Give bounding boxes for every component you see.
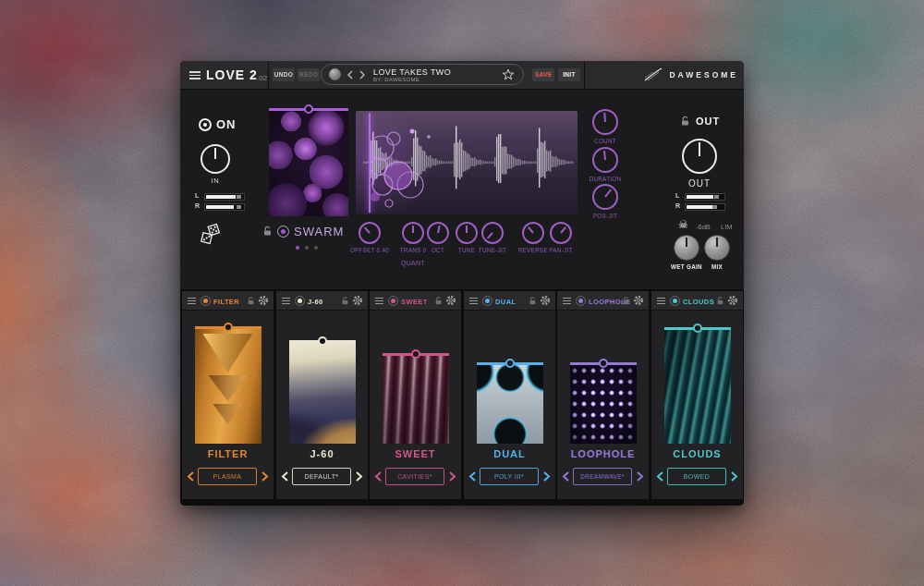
preset-prev-icon[interactable]	[373, 470, 383, 482]
redo-button[interactable]: REDO	[298, 68, 320, 81]
preset-prev-icon[interactable]	[468, 470, 477, 482]
module-settings-gear-icon[interactable]	[352, 295, 363, 306]
module-level-handle[interactable]	[505, 359, 515, 368]
tune-jit-knob[interactable]	[481, 222, 504, 244]
module-artwork[interactable]	[383, 353, 449, 444]
preset-next-icon[interactable]	[636, 470, 645, 482]
module-enable-radio[interactable]	[201, 296, 211, 306]
swarm-page-dot-1[interactable]	[296, 246, 299, 250]
dice-randomize-icon[interactable]: ⚄ ⚂	[201, 222, 228, 250]
module-level-handle[interactable]	[693, 324, 702, 333]
count-knob[interactable]	[592, 109, 618, 135]
input-gain-knob[interactable]	[201, 144, 230, 174]
preset-browser[interactable]: LOVE TAKES TWO BY: DAWESOME	[321, 64, 524, 85]
module-preset-value[interactable]: PLASMA	[198, 468, 257, 485]
lim-label[interactable]: LIM	[721, 223, 733, 231]
output-gain-knob[interactable]	[682, 139, 717, 174]
module-artwork[interactable]	[289, 340, 356, 444]
preset-next-icon[interactable]	[448, 470, 457, 482]
module-preset-selector: POLY III*	[464, 468, 555, 486]
swarm-radio[interactable]	[277, 226, 289, 238]
skull-limiter-icon[interactable]: ☠	[678, 218, 688, 231]
module-preset-selector: DREAMWAVE*	[557, 468, 649, 486]
module-artwork[interactable]	[195, 326, 261, 444]
module-settings-gear-icon[interactable]	[258, 295, 269, 306]
module-preset-value[interactable]: CAVITIES*	[385, 468, 444, 485]
preset-next-icon[interactable]	[542, 470, 552, 482]
module-enable-radio[interactable]	[670, 296, 680, 306]
undo-button[interactable]: UNDO	[273, 68, 295, 81]
module-menu-icon[interactable]	[375, 298, 383, 304]
module-menu-icon[interactable]	[282, 298, 290, 304]
module-level-handle[interactable]	[224, 323, 233, 332]
module-menu-icon[interactable]	[188, 298, 196, 304]
module-settings-gear-icon[interactable]	[727, 295, 738, 306]
preset-prev-icon[interactable]	[280, 470, 289, 482]
module-artwork[interactable]	[477, 362, 543, 444]
module-unlock-icon[interactable]	[341, 296, 349, 306]
wet-gain-knob[interactable]	[674, 235, 699, 261]
reverse-knob[interactable]	[522, 222, 544, 244]
module-menu-icon[interactable]	[563, 298, 571, 304]
module-artwork[interactable]	[664, 327, 731, 444]
main-menu-icon[interactable]	[189, 71, 201, 79]
module-enable-radio[interactable]	[482, 296, 492, 306]
init-button[interactable]: INIT	[558, 68, 580, 81]
module-artwork[interactable]	[570, 362, 637, 444]
swarm-level-handle[interactable]	[304, 104, 313, 114]
module-level-handle[interactable]	[318, 336, 327, 346]
tune-jit-label: TUNE-JIT	[472, 247, 513, 253]
swarm-page-dot-3[interactable]	[314, 246, 318, 250]
favorite-star-icon[interactable]	[502, 68, 515, 81]
module-settings-gear-icon[interactable]	[445, 295, 456, 306]
next-preset-icon[interactable]	[358, 69, 367, 80]
preset-next-icon[interactable]	[730, 470, 739, 482]
offset-knob[interactable]	[359, 222, 381, 244]
power-on-toggle[interactable]	[199, 118, 212, 131]
save-button[interactable]: SAVE	[532, 68, 554, 81]
module-preset-value[interactable]: POLY III*	[480, 468, 539, 485]
swarm-page-dot-2[interactable]	[305, 246, 309, 250]
module-settings-gear-icon[interactable]	[540, 295, 551, 306]
waveform-display[interactable]	[356, 111, 578, 214]
preset-next-icon[interactable]	[355, 470, 364, 482]
module-enable-radio[interactable]	[388, 296, 398, 306]
mix-knob[interactable]	[704, 235, 730, 261]
module-sweet: SWEET SWEET CAVITIES*	[370, 291, 461, 499]
module-level-handle[interactable]	[411, 349, 420, 359]
prev-preset-icon[interactable]	[346, 69, 355, 80]
output-meter-left	[685, 193, 725, 201]
playhead-cursor[interactable]	[369, 113, 371, 213]
pan-jit-knob[interactable]	[550, 222, 572, 244]
swarm-artwork[interactable]	[269, 108, 348, 216]
module-unlock-icon[interactable]	[434, 296, 443, 306]
trans-knob[interactable]	[402, 222, 424, 244]
preset-prev-icon[interactable]	[186, 470, 195, 482]
pos-jit-knob[interactable]	[592, 184, 618, 210]
module-unlock-icon[interactable]	[622, 296, 630, 306]
module-preset-value[interactable]: BOWED	[667, 468, 726, 485]
module-preset-value[interactable]: DREAMWAVE*	[573, 468, 632, 485]
preset-next-icon[interactable]	[261, 470, 270, 482]
meter-right-label: R	[195, 202, 200, 209]
module-unlock-icon[interactable]	[247, 296, 255, 306]
module-menu-icon[interactable]	[469, 298, 478, 304]
db-label: -6dB	[696, 223, 711, 231]
out-knob-label: OUT	[680, 178, 719, 189]
module-preset-value[interactable]: DEFAULT*	[292, 468, 351, 485]
module-settings-gear-icon[interactable]	[633, 295, 644, 306]
module-menu-icon[interactable]	[657, 298, 665, 304]
tune-knob[interactable]	[456, 222, 478, 244]
out-unlock-icon[interactable]	[680, 116, 690, 127]
module-unlock-icon[interactable]	[716, 296, 724, 306]
duration-knob[interactable]	[592, 147, 618, 173]
swarm-unlock-icon[interactable]	[262, 226, 273, 237]
module-enable-radio[interactable]	[295, 296, 305, 306]
module-level-handle[interactable]	[599, 359, 608, 368]
on-label: ON	[216, 117, 237, 131]
preset-prev-icon[interactable]	[561, 470, 570, 482]
module-unlock-icon[interactable]	[529, 296, 537, 306]
module-enable-radio[interactable]	[576, 296, 586, 306]
oct-knob[interactable]	[427, 222, 449, 244]
preset-prev-icon[interactable]	[655, 470, 664, 482]
